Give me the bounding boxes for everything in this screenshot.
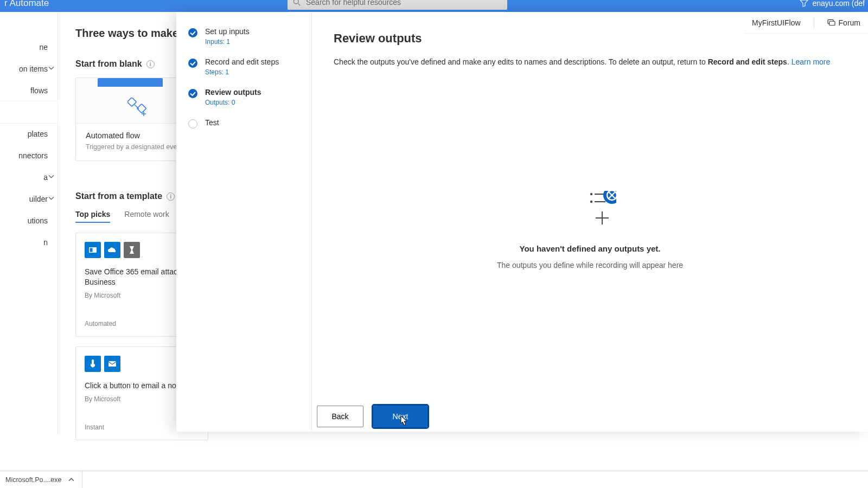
step-inputs[interactable]: Set up inputsInputs: 1: [188, 27, 299, 46]
org-switcher[interactable]: enayu.com (def: [800, 0, 865, 8]
flow-plus-icon: [127, 98, 149, 116]
timer-icon: [124, 242, 140, 258]
chevron-down-icon: [48, 174, 54, 179]
nav-data[interactable]: a: [0, 166, 58, 188]
circle-icon: [188, 119, 197, 129]
svg-point-12: [590, 193, 592, 195]
cursor-icon: [400, 415, 409, 426]
chevron-down-icon: [48, 65, 54, 71]
check-icon: [188, 28, 197, 37]
app-brand: r Automate: [4, 0, 49, 9]
empty-illustration: [564, 191, 616, 230]
nav-create[interactable]: ate: [0, 101, 58, 123]
nav-builder[interactable]: uilder: [0, 188, 58, 210]
header-bar: r Automate Search for helpful resources …: [0, 0, 868, 12]
nav-solutions[interactable]: utions: [0, 210, 58, 232]
text: Check the outputs you've defined and mak…: [334, 57, 708, 66]
left-nav: ne on items flows ate plates nnectors a …: [0, 12, 58, 435]
download-bar: Microsoft.Po....exe: [0, 471, 868, 488]
next-button[interactable]: Next: [373, 406, 427, 427]
back-button[interactable]: Back: [317, 406, 363, 427]
empty-subtitle: The outputs you define while recording w…: [312, 261, 868, 269]
search-placeholder: Search for helpful resources: [306, 0, 401, 7]
step-record[interactable]: Record and edit stepsSteps: 1: [188, 57, 299, 76]
nav-home[interactable]: ne: [0, 36, 58, 58]
chevron-up-icon[interactable]: [68, 477, 74, 483]
nav-flows[interactable]: flows: [0, 80, 58, 101]
nav-label: on items: [19, 65, 48, 73]
forum-label: Forum: [839, 18, 860, 27]
nav-connectors[interactable]: nnectors: [0, 145, 58, 166]
label: Start from blank: [75, 59, 142, 69]
nav-action-items[interactable]: on items: [0, 58, 58, 80]
label: Start from a template: [75, 191, 162, 201]
info-icon[interactable]: i: [167, 192, 175, 201]
svg-rect-10: [90, 248, 93, 252]
sub-header: MyFirstUIFlow Forum: [744, 12, 868, 34]
step-label: Record and edit steps: [205, 57, 279, 66]
step-label: Test: [205, 118, 219, 127]
check-icon: [188, 59, 197, 68]
step-meta: Outputs: 0: [205, 99, 261, 106]
wizard-description: Check the outputs you've defined and mak…: [334, 56, 846, 67]
download-filename: Microsoft.Po....exe: [5, 476, 62, 484]
svg-point-0: [293, 0, 298, 4]
check-icon: [188, 89, 197, 98]
onedrive-icon: [104, 242, 120, 258]
filter-icon: [800, 0, 808, 7]
svg-point-14: [590, 201, 592, 203]
step-outputs[interactable]: Review outputsOutputs: 0: [188, 88, 299, 106]
learn-more-link[interactable]: Learn more: [792, 57, 831, 66]
nav-label: a: [43, 173, 48, 182]
search-input[interactable]: Search for helpful resources: [288, 0, 507, 10]
bold-text: Record and edit steps: [708, 57, 787, 66]
wizard-footer: Back Next: [317, 406, 427, 427]
svg-rect-11: [108, 361, 116, 367]
nav-templates[interactable]: plates: [0, 123, 58, 145]
svg-rect-3: [829, 21, 834, 25]
tab-remote-work[interactable]: Remote work: [124, 210, 169, 223]
svg-line-1: [298, 4, 301, 6]
text: .: [787, 57, 792, 66]
step-test[interactable]: Test: [188, 118, 299, 129]
flow-name[interactable]: MyFirstUIFlow: [752, 18, 800, 27]
divider: [814, 17, 814, 28]
step-meta: Inputs: 1: [205, 38, 250, 46]
outlook-icon: [85, 242, 101, 258]
org-name: enayu.com (def: [813, 0, 865, 8]
wizard-steps: Set up inputsInputs: 1 Record and edit s…: [176, 12, 312, 432]
download-chip[interactable]: Microsoft.Po....exe: [3, 471, 82, 488]
search-icon: [293, 0, 301, 6]
step-meta: Steps: 1: [205, 68, 279, 76]
button-icon: [85, 356, 101, 372]
mail-icon: [104, 356, 120, 372]
step-label: Review outputs: [205, 88, 261, 97]
forum-link[interactable]: Forum: [827, 18, 860, 27]
wizard-panel: Review outputs Check the outputs you've …: [312, 12, 868, 432]
nav-label: uilder: [29, 195, 48, 203]
wizard-overlay: Set up inputsInputs: 1 Record and edit s…: [176, 12, 868, 432]
chat-icon: [827, 19, 835, 27]
blue-bar: [98, 78, 163, 87]
empty-title: You haven't defined any outputs yet.: [312, 244, 868, 253]
empty-state: You haven't defined any outputs yet. The…: [312, 191, 868, 269]
tab-top-picks[interactable]: Top picks: [75, 210, 110, 223]
step-label: Set up inputs: [205, 27, 250, 36]
nav-learn[interactable]: n: [0, 232, 58, 253]
info-icon[interactable]: i: [146, 60, 155, 68]
chevron-down-icon: [48, 195, 54, 201]
